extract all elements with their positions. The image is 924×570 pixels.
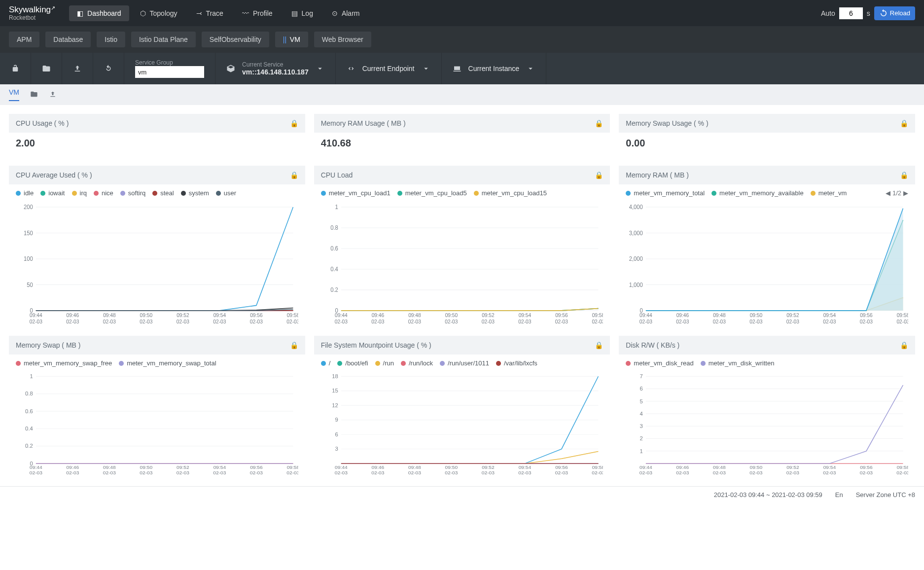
lock-icon[interactable]: 🔒 bbox=[900, 341, 908, 349]
lang-switch[interactable]: En bbox=[835, 491, 843, 499]
svg-text:09:52: 09:52 bbox=[482, 312, 495, 318]
dashtab-web-browser[interactable]: Web Browser bbox=[314, 32, 371, 47]
legend-item[interactable]: /boot/efi bbox=[337, 359, 368, 367]
svg-text:15: 15 bbox=[332, 388, 338, 393]
svg-text:09:48: 09:48 bbox=[408, 312, 421, 318]
legend-item[interactable]: idle bbox=[16, 189, 34, 197]
svg-text:09:56: 09:56 bbox=[555, 465, 568, 470]
nav-icon: ⊙ bbox=[332, 9, 338, 17]
lock-icon[interactable]: 🔒 bbox=[290, 119, 298, 127]
service-group-input[interactable] bbox=[135, 66, 204, 78]
svg-text:09:52: 09:52 bbox=[177, 312, 189, 318]
legend-pager[interactable]: ◀ 1/2 ▶ bbox=[886, 189, 908, 197]
lock-toggle[interactable] bbox=[0, 53, 31, 84]
folder-button[interactable] bbox=[31, 53, 62, 84]
subtab-folder[interactable] bbox=[30, 90, 38, 100]
svg-text:50: 50 bbox=[27, 281, 33, 287]
card-title: File System Mountpoint Usage ( % ) bbox=[321, 341, 431, 349]
lock-icon[interactable]: 🔒 bbox=[595, 119, 603, 127]
time-range[interactable]: 2021-02-03 09:44 ~ 2021-02-03 09:59 bbox=[714, 491, 822, 499]
dashtab-selfobservability[interactable]: SelfObservability bbox=[202, 32, 269, 47]
nav-log[interactable]: ▤Log bbox=[284, 5, 321, 21]
svg-text:09:50: 09:50 bbox=[750, 465, 763, 470]
dashtab-database[interactable]: Database bbox=[45, 32, 91, 47]
nav-profile[interactable]: 〰Profile bbox=[234, 5, 281, 21]
nav-label: Topology bbox=[150, 9, 178, 17]
svg-text:02-03: 02-03 bbox=[140, 470, 152, 475]
legend-item[interactable]: user bbox=[216, 189, 236, 197]
auto-interval-input[interactable] bbox=[839, 7, 863, 19]
legend-item[interactable]: /run bbox=[375, 359, 394, 367]
chart-mem-ram: 01,0002,0003,0004,00009:4402-0309:4602-0… bbox=[626, 202, 908, 327]
lock-icon[interactable]: 🔒 bbox=[900, 171, 908, 179]
lock-icon[interactable]: 🔒 bbox=[290, 341, 298, 349]
reload-button[interactable]: Reload bbox=[874, 6, 915, 20]
legend-item[interactable]: irq bbox=[72, 189, 87, 197]
svg-text:150: 150 bbox=[24, 230, 33, 236]
legend-item[interactable]: /run/lock bbox=[401, 359, 433, 367]
legend-item[interactable]: meter_vm_cpu_load1 bbox=[321, 189, 391, 197]
current-instance-selector[interactable]: Current Instance bbox=[442, 53, 547, 84]
legend-item[interactable]: meter_vm_memory_swap_free bbox=[16, 359, 112, 367]
lock-icon[interactable]: 🔒 bbox=[595, 341, 603, 349]
card-fs-mount: File System Mountpoint Usage ( % )🔒 //bo… bbox=[314, 336, 610, 477]
svg-text:09:54: 09:54 bbox=[213, 312, 226, 318]
svg-text:02-03: 02-03 bbox=[555, 470, 568, 475]
legend-item[interactable]: meter_vm bbox=[811, 189, 847, 197]
nav-trace[interactable]: ⤙Trace bbox=[188, 5, 231, 21]
nav-alarm[interactable]: ⊙Alarm bbox=[324, 5, 368, 21]
nav-label: Log bbox=[302, 9, 313, 17]
chart-fs-mount: 36912151809:4402-0309:4602-0309:4802-030… bbox=[321, 372, 604, 477]
lock-icon[interactable]: 🔒 bbox=[595, 171, 603, 179]
svg-text:02-03: 02-03 bbox=[103, 470, 116, 475]
current-service-selector[interactable]: Current Service vm::146.148.110.187 bbox=[215, 53, 336, 84]
folder-icon bbox=[42, 64, 51, 73]
refresh-button[interactable] bbox=[93, 53, 124, 84]
legend-item[interactable]: iowait bbox=[40, 189, 65, 197]
svg-text:02-03: 02-03 bbox=[823, 319, 836, 324]
svg-text:02-03: 02-03 bbox=[713, 470, 726, 475]
legend-item[interactable]: steal bbox=[152, 189, 174, 197]
legend-item[interactable]: meter_vm_memory_total bbox=[626, 189, 705, 197]
nav-topology[interactable]: ⬡Topology bbox=[132, 5, 185, 21]
svg-text:09:46: 09:46 bbox=[371, 465, 384, 470]
current-endpoint-selector[interactable]: Current Endpoint bbox=[336, 53, 442, 84]
svg-text:09:48: 09:48 bbox=[408, 465, 421, 470]
legend-item[interactable]: softirq bbox=[120, 189, 145, 197]
card-title: Disk R/W ( KB/s ) bbox=[626, 341, 679, 349]
legend-label: user bbox=[224, 189, 236, 197]
svg-text:02-03: 02-03 bbox=[371, 319, 384, 324]
legend-item[interactable]: meter_vm_disk_written bbox=[701, 359, 775, 367]
svg-text:09:54: 09:54 bbox=[518, 465, 531, 470]
dashtab-vm[interactable]: ||VM bbox=[275, 32, 308, 47]
legend-item[interactable]: /run/user/1011 bbox=[440, 359, 489, 367]
svg-text:02-03: 02-03 bbox=[334, 319, 347, 324]
subtab-vm[interactable]: VM bbox=[9, 88, 19, 101]
legend-item[interactable]: meter_vm_cpu_load15 bbox=[474, 189, 547, 197]
legend-dot bbox=[375, 361, 380, 366]
dashtab-istio-data-plane[interactable]: Istio Data Plane bbox=[131, 32, 196, 47]
legend-item[interactable]: meter_vm_cpu_load5 bbox=[397, 189, 467, 197]
legend-item[interactable]: / bbox=[321, 359, 331, 367]
legend-label: meter_vm_memory_swap_free bbox=[24, 359, 112, 367]
legend-item[interactable]: meter_vm_memory_available bbox=[711, 189, 804, 197]
ram-usage-value: 410.68 bbox=[314, 133, 610, 157]
legend-label: /run/lock bbox=[409, 359, 433, 367]
service-group-selector[interactable]: Service Group bbox=[124, 53, 215, 84]
legend-item[interactable]: /var/lib/lxcfs bbox=[496, 359, 537, 367]
import-button[interactable] bbox=[62, 53, 93, 84]
legend-item[interactable]: system bbox=[181, 189, 209, 197]
legend-item[interactable]: meter_vm_memory_swap_total bbox=[119, 359, 216, 367]
lock-icon[interactable]: 🔒 bbox=[290, 171, 298, 179]
subtab-export[interactable] bbox=[49, 90, 57, 100]
chevron-down-icon bbox=[526, 64, 535, 73]
legend-item[interactable]: nice bbox=[94, 189, 113, 197]
svg-text:02-03: 02-03 bbox=[250, 319, 263, 324]
nav-dashboard[interactable]: ◧Dashboard bbox=[69, 5, 129, 21]
dashtab-istio[interactable]: Istio bbox=[97, 32, 125, 47]
auto-label: Auto bbox=[821, 9, 835, 17]
dashtab-apm[interactable]: APM bbox=[9, 32, 39, 47]
legend-item[interactable]: meter_vm_disk_read bbox=[626, 359, 693, 367]
lock-icon[interactable]: 🔒 bbox=[900, 119, 908, 127]
legend-dot bbox=[474, 191, 479, 196]
